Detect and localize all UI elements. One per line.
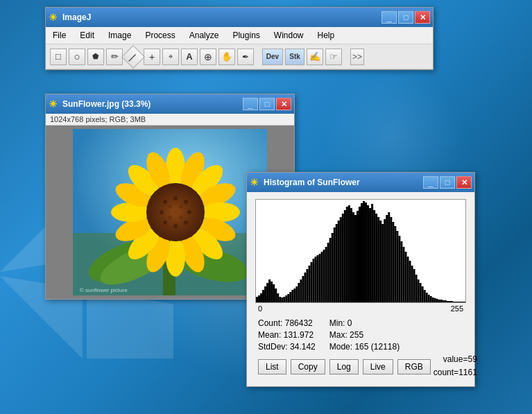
histogram-minimize-btn[interactable]: _ <box>423 176 438 189</box>
svg-rect-135 <box>457 302 459 302</box>
tool-wand[interactable]: ⌖ <box>162 49 179 65</box>
histogram-log-btn[interactable]: Log <box>329 359 359 374</box>
histogram-stats: Count: 786432 Mean: 131.972 StdDev: 34.1… <box>255 314 466 353</box>
histogram-rgb-btn[interactable]: RGB <box>397 359 431 374</box>
svg-rect-40 <box>258 295 260 302</box>
svg-rect-132 <box>451 301 453 302</box>
histogram-close-btn[interactable]: ✕ <box>456 176 472 189</box>
svg-rect-58 <box>295 286 298 302</box>
stddev-value: 34.142 <box>290 342 316 352</box>
svg-rect-71 <box>323 250 325 302</box>
svg-rect-118 <box>422 286 424 302</box>
svg-rect-123 <box>432 297 434 302</box>
tool-zoom[interactable]: ⊕ <box>200 49 216 65</box>
imagej-maximize-btn[interactable]: □ <box>398 11 413 24</box>
svg-rect-55 <box>289 292 291 302</box>
histogram-buttons: List Copy Log Live RGB <box>255 354 434 379</box>
svg-rect-117 <box>420 283 422 302</box>
menu-plugins[interactable]: Plugins <box>230 29 262 42</box>
menu-image[interactable]: Image <box>105 29 134 42</box>
menu-process[interactable]: Process <box>142 29 178 42</box>
svg-rect-81 <box>344 210 346 302</box>
tool-crosshair[interactable]: + <box>144 49 160 65</box>
imagej-menubar: File Edit Image Process Analyze Plugins … <box>46 27 433 44</box>
svg-rect-61 <box>302 276 304 302</box>
count-value: 786432 <box>285 318 313 328</box>
imagej-window-controls: _ □ ✕ <box>381 11 430 24</box>
imagej-main-window: ☀ ImageJ _ □ ✕ File Edit Image Process A… <box>45 7 434 70</box>
tool-brush[interactable]: ☞ <box>325 49 342 65</box>
tool-dev[interactable]: Dev <box>262 49 283 65</box>
svg-point-33 <box>169 216 172 220</box>
svg-point-28 <box>173 224 178 228</box>
menu-analyze[interactable]: Analyze <box>187 29 222 42</box>
svg-rect-134 <box>455 302 457 302</box>
histogram-window-controls: _ □ ✕ <box>423 176 472 189</box>
svg-rect-102 <box>388 212 390 302</box>
sunflower-minimize-btn[interactable]: _ <box>243 98 258 110</box>
svg-rect-131 <box>449 301 451 302</box>
svg-point-30 <box>160 210 164 214</box>
menu-edit[interactable]: Edit <box>77 29 97 42</box>
histogram-list-btn[interactable]: List <box>258 359 286 374</box>
svg-point-25 <box>184 200 188 204</box>
svg-point-29 <box>163 221 167 225</box>
min-value: 0 <box>347 318 352 328</box>
svg-rect-128 <box>443 300 445 302</box>
menu-window[interactable]: Window <box>271 29 307 42</box>
svg-rect-84 <box>350 208 352 302</box>
tool-pencil[interactable]: ✍ <box>307 49 323 65</box>
svg-rect-94 <box>371 204 373 302</box>
tool-hand[interactable]: ✋ <box>218 49 235 65</box>
mean-label: Mean: <box>258 330 281 340</box>
svg-rect-114 <box>413 269 415 302</box>
svg-rect-106 <box>396 231 398 302</box>
svg-rect-44 <box>266 283 268 302</box>
svg-rect-109 <box>402 247 404 302</box>
svg-rect-66 <box>313 259 315 302</box>
svg-rect-105 <box>394 226 396 302</box>
menu-file[interactable]: File <box>50 29 69 42</box>
svg-point-36 <box>174 211 178 214</box>
sunflower-restore-btn[interactable]: □ <box>259 98 275 110</box>
max-value: 255 <box>350 330 363 340</box>
toolbar-more-btn[interactable]: >> <box>350 49 364 65</box>
sunflower-close-btn[interactable]: ✕ <box>276 98 291 110</box>
menu-help[interactable]: Help <box>315 29 338 42</box>
histogram-maximize-btn[interactable]: □ <box>440 176 455 189</box>
svg-point-27 <box>184 221 188 225</box>
svg-rect-46 <box>271 282 273 302</box>
svg-rect-100 <box>384 219 386 302</box>
svg-rect-101 <box>386 215 388 302</box>
svg-rect-82 <box>346 207 348 302</box>
tool-oval[interactable]: ○ <box>69 49 85 65</box>
svg-rect-113 <box>411 266 413 302</box>
tool-polygon[interactable]: ⬟ <box>87 49 104 65</box>
tool-line[interactable]: | <box>121 45 145 69</box>
histogram-live-btn[interactable]: Live <box>363 359 393 374</box>
svg-rect-42 <box>262 290 264 302</box>
svg-text:© sunflower picture: © sunflower picture <box>80 287 128 293</box>
tool-freehand[interactable]: ✏ <box>106 49 123 65</box>
sunflower-titlebar: ☀ SunFlower.jpg (33.3%) _ □ ✕ <box>46 94 294 114</box>
tool-dropper[interactable]: ✒ <box>237 49 254 65</box>
svg-rect-53 <box>285 295 287 302</box>
histogram-copy-btn[interactable]: Copy <box>291 359 325 374</box>
svg-rect-67 <box>315 257 317 302</box>
tool-stk[interactable]: Stk <box>285 49 304 65</box>
svg-rect-64 <box>309 266 311 302</box>
imagej-close-btn[interactable]: ✕ <box>415 11 430 24</box>
tool-rectangle[interactable]: □ <box>50 49 67 65</box>
svg-rect-138 <box>463 302 465 302</box>
svg-rect-75 <box>332 233 334 302</box>
svg-rect-74 <box>329 238 332 302</box>
histogram-icon: ☀ <box>250 177 261 188</box>
svg-rect-91 <box>365 202 367 302</box>
imagej-minimize-btn[interactable]: _ <box>381 11 397 24</box>
svg-rect-57 <box>293 288 295 302</box>
tool-text[interactable]: A <box>181 49 198 65</box>
stddev-label: StdDev: <box>258 342 288 352</box>
imagej-titlebar: ☀ ImageJ _ □ ✕ <box>46 8 433 27</box>
histogram-title: Histogram of SunFlower <box>264 178 423 187</box>
svg-rect-108 <box>400 241 402 302</box>
